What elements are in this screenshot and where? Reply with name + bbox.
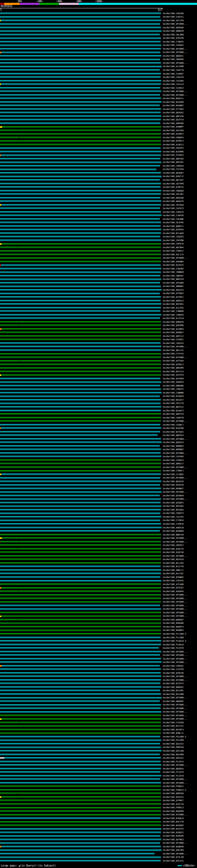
hit-label[interactable]: UniRef100_Q66GU8 <box>163 792 184 795</box>
hit-bar[interactable] <box>0 300 161 302</box>
hit-bar[interactable] <box>0 247 161 248</box>
hit-label[interactable]: UniRef100_UPI000... <box>163 813 188 816</box>
hit-bar[interactable] <box>0 778 160 780</box>
hit-bar[interactable] <box>0 399 161 401</box>
hit-bar[interactable] <box>0 91 161 92</box>
hit-bar[interactable] <box>0 108 161 110</box>
hit-label[interactable]: UniRef100_D0FSR1 <box>163 161 184 163</box>
hit-bar[interactable] <box>0 176 162 177</box>
hit-label[interactable]: UniRef100_C4S2N4 <box>163 80 184 82</box>
hit-label[interactable]: UniRef100_A7FNG3 <box>163 292 184 295</box>
hit-label[interactable]: UniRef100_Q35531 <box>163 796 184 798</box>
hit-label[interactable]: UniRef100_Q9XKZ3 <box>163 441 184 444</box>
hit-label[interactable]: UniRef100_UPI000... <box>163 718 188 720</box>
hit-label[interactable]: UniRef100_C4UZJ6 <box>163 76 184 79</box>
hit-label[interactable]: UniRef100_C4FUK9 <box>163 456 184 458</box>
hit-bar[interactable] <box>0 151 161 152</box>
hit-bar[interactable] <box>0 98 161 99</box>
hit-label[interactable]: UniRef100_C4DZA6 <box>163 12 184 15</box>
hit-bar[interactable] <box>0 566 161 567</box>
hit-bar[interactable] <box>0 158 160 159</box>
hit-label[interactable]: UniRef100_Q8WXW7 <box>163 619 184 621</box>
hit-label[interactable]: UniRef100_Q6NVD1 <box>163 686 184 688</box>
hit-bar[interactable] <box>0 541 161 542</box>
hit-bar[interactable] <box>0 534 161 535</box>
hit-bar[interactable] <box>0 743 160 745</box>
hit-bar[interactable] <box>0 410 161 411</box>
hit-bar[interactable] <box>0 183 161 184</box>
hit-bar[interactable] <box>0 211 161 213</box>
hit-label[interactable]: UniRef100_UPI000... <box>163 658 188 660</box>
hit-label[interactable]: UniRef100_C3Z2P6 <box>163 668 184 671</box>
hit-label[interactable]: UniRef100_C5V0X1 <box>163 338 184 341</box>
hit-label[interactable]: UniRef100_A5D994 <box>163 590 184 593</box>
hit-label[interactable]: UniRef100_C6JFM5 <box>163 221 184 224</box>
hit-bar[interactable] <box>0 356 161 358</box>
hit-label[interactable]: UniRef100_UPI000... <box>163 62 188 64</box>
hit-bar[interactable] <box>0 491 162 493</box>
hit-bar[interactable] <box>0 555 161 557</box>
hit-bar[interactable] <box>0 825 161 826</box>
hit-label[interactable]: UniRef100_B0W748 <box>163 534 184 536</box>
hit-bar[interactable] <box>0 718 161 720</box>
hit-label[interactable]: UniRef100_C7IB54 <box>163 519 184 522</box>
hit-bar[interactable] <box>0 84 161 85</box>
hit-bar[interactable] <box>0 190 161 191</box>
hit-label[interactable]: UniRef100_Q29536 <box>163 672 184 674</box>
hit-label[interactable]: UniRef100_C7BHP5 <box>163 41 184 43</box>
hit-label[interactable]: UniRef100_UPI000... <box>163 541 188 543</box>
hit-label[interactable]: UniRef100_D0BUB6 <box>163 384 184 387</box>
hit-bar[interactable] <box>0 690 160 691</box>
hit-bar[interactable] <box>0 661 162 663</box>
hit-label[interactable]: UniRef100_UPI000... <box>163 23 188 25</box>
hit-label[interactable]: UniRef100_Q4TNG3 <box>163 838 184 841</box>
hit-label[interactable]: UniRef100_A6B6W1 <box>163 285 184 287</box>
hit-bar[interactable] <box>0 821 161 823</box>
hit-bar[interactable] <box>0 378 160 379</box>
hit-label[interactable]: UniRef100_P77983 <box>163 108 184 111</box>
hit-label[interactable]: UniRef100_C2B3Z3 <box>163 211 184 213</box>
hit-label[interactable]: UniRef100_UPI000... <box>163 537 188 539</box>
hit-bar[interactable] <box>0 41 161 42</box>
hit-label[interactable]: UniRef100_C4SR22 <box>163 87 184 89</box>
hit-bar[interactable] <box>0 580 161 582</box>
hit-label[interactable]: UniRef100_C4UF51 <box>163 16 184 18</box>
hit-label[interactable]: UniRef100_C3WMW8 <box>163 392 184 394</box>
hit-label[interactable]: UniRef100_P52480-2 <box>163 736 186 738</box>
hit-label[interactable]: UniRef100_UPI000... <box>163 597 188 600</box>
hit-label[interactable]: UniRef100_Q7NJV0 <box>163 37 184 39</box>
hit-label[interactable]: UniRef100_B8KCG9 <box>163 278 184 280</box>
hit-bar[interactable] <box>0 761 161 763</box>
hit-label[interactable]: UniRef100_Q45180 <box>163 750 184 752</box>
hit-label[interactable]: UniRef100_C2H8V3 <box>163 459 184 462</box>
hit-label[interactable]: UniRef100_UPI000... <box>163 679 188 681</box>
hit-label[interactable]: UniRef100_A5TVQ4 <box>163 360 184 362</box>
hit-bar[interactable] <box>0 275 160 277</box>
hit-label[interactable]: UniRef100_UPI000... <box>163 675 188 678</box>
hit-bar[interactable] <box>0 505 161 507</box>
hit-bar[interactable] <box>0 34 160 35</box>
hit-bar[interactable] <box>0 179 160 181</box>
hit-label[interactable]: UniRef100_C6C4B7 <box>163 193 184 195</box>
hit-label[interactable]: UniRef100_A9BLY1 <box>163 569 184 571</box>
hit-label[interactable]: UniRef100_UPI000... <box>163 48 188 50</box>
hit-label[interactable]: UniRef100_B6X312 <box>163 406 184 408</box>
hit-bar[interactable] <box>0 860 161 862</box>
hit-bar[interactable] <box>0 750 162 752</box>
hit-bar[interactable] <box>0 470 161 472</box>
hit-label[interactable]: UniRef100_A3YUH9 <box>163 377 184 380</box>
hit-bar[interactable] <box>0 403 161 404</box>
hit-bar[interactable] <box>0 371 161 372</box>
hit-bar[interactable] <box>0 552 161 553</box>
hit-label[interactable]: UniRef100_B91PM9 <box>163 753 184 756</box>
hit-bar[interactable] <box>0 268 161 270</box>
hit-bar[interactable] <box>0 520 160 521</box>
hit-bar[interactable] <box>0 835 160 837</box>
hit-bar[interactable] <box>0 265 161 266</box>
hit-bar[interactable] <box>0 431 160 433</box>
hit-bar[interactable] <box>0 846 161 847</box>
hit-bar[interactable] <box>0 800 161 801</box>
hit-bar[interactable] <box>0 747 161 748</box>
hit-bar[interactable] <box>0 644 161 645</box>
hit-label[interactable]: UniRef100_C1N4Y6 <box>163 214 184 217</box>
